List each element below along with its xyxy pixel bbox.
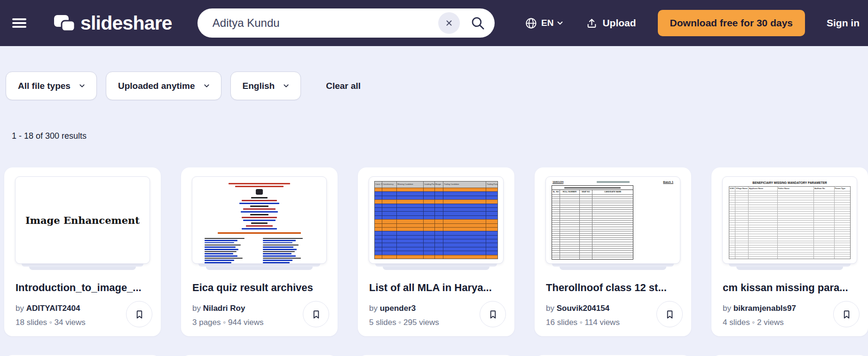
thumbnail-table-preview: BENEFICIARY MISSING MANDATORY PARAMETERS… <box>729 181 851 259</box>
results-count: 1 - 18 of 300 results <box>12 131 868 141</box>
search-input[interactable] <box>212 16 438 30</box>
byline-label: by <box>546 304 557 313</box>
bookmark-button[interactable] <box>303 301 329 327</box>
header-right-cluster: EN Upload Download free for 30 days S <box>506 10 860 36</box>
globe-icon <box>525 17 537 30</box>
result-card: Image EnhancementIntroduction_to_image_.… <box>4 167 161 336</box>
thumbnail-table-preview: Const. No.ConstituencyWinning CandidateL… <box>374 181 498 259</box>
card-stats: 3 pages ◦ 944 views <box>192 318 296 327</box>
signin-link[interactable]: Sign in <box>827 17 860 29</box>
bookmark-button[interactable] <box>656 301 683 327</box>
clear-search-button[interactable] <box>438 12 460 34</box>
slideshare-logo-icon <box>54 14 75 32</box>
thumbnail-stack-shadow <box>560 267 666 270</box>
filter-bar: All file types Uploaded anytime English … <box>6 71 868 100</box>
bookmark-icon <box>311 309 322 320</box>
byline-label: by <box>369 304 380 313</box>
card-title[interactable]: Introduction_to_image_... <box>16 282 150 294</box>
card-thumbnail[interactable]: Image Enhancement <box>15 176 150 264</box>
card-thumbnail[interactable] <box>192 176 327 264</box>
card-title[interactable]: List of all MLA in Harya... <box>369 282 503 294</box>
language-selector[interactable]: EN <box>525 17 564 30</box>
thumbnail-stack-shadow <box>206 267 313 270</box>
byline-label: by <box>192 304 203 313</box>
bookmark-button[interactable] <box>480 301 506 327</box>
thumbnail-table-preview: 10/01/24Batch 1SL. NOROLL NUMBERSEAT NOC… <box>552 181 674 260</box>
slideshare-logo-text: slideshare <box>80 12 172 34</box>
card-byline: by upender3 <box>369 304 473 313</box>
bookmark-icon <box>841 309 852 320</box>
upload-icon <box>586 17 598 29</box>
author-link[interactable]: upender3 <box>380 304 416 313</box>
card-thumbnail[interactable]: BENEFICIARY MISSING MANDATORY PARAMETERS… <box>722 176 857 264</box>
card-stats: 18 slides ◦ 34 views <box>16 318 119 327</box>
card-stats: 16 slides ◦ 114 views <box>546 318 650 327</box>
file-type-filter-label: All file types <box>18 81 71 91</box>
card-byline: by ADITYAIT2404 <box>16 304 119 313</box>
author-link[interactable]: Niladri Roy <box>203 304 245 313</box>
card-thumbnail[interactable]: Const. No.ConstituencyWinning CandidateL… <box>369 176 504 264</box>
chevron-down-icon <box>203 82 211 90</box>
thumbnail-stack-shadow <box>736 267 843 270</box>
bookmark-icon <box>134 309 145 320</box>
result-card: 10/01/24Batch 1SL. NOROLL NUMBERSEAT NOC… <box>535 167 691 336</box>
card-stats: 5 slides ◦ 295 views <box>369 318 473 327</box>
clear-all-button[interactable]: Clear all <box>326 81 361 91</box>
result-card: Const. No.ConstituencyWinning CandidateL… <box>358 167 514 336</box>
card-thumbnail[interactable]: 10/01/24Batch 1SL. NOROLL NUMBERSEAT NOC… <box>545 176 680 264</box>
uploaded-date-filter-label: Uploaded anytime <box>118 81 195 91</box>
author-link[interactable]: ADITYAIT2404 <box>26 304 80 313</box>
card-title[interactable]: Eica quiz result archives <box>192 282 326 294</box>
thumbnail-document-preview <box>192 177 326 263</box>
download-trial-button[interactable]: Download free for 30 days <box>658 10 805 36</box>
uploaded-date-filter[interactable]: Uploaded anytime <box>106 71 221 100</box>
author-link[interactable]: bikramjenabls97 <box>734 304 796 313</box>
upload-button[interactable]: Upload <box>586 17 636 29</box>
upload-label: Upload <box>602 17 636 29</box>
file-type-filter[interactable]: All file types <box>6 71 97 100</box>
x-icon <box>444 18 454 28</box>
chevron-down-icon <box>78 82 86 90</box>
result-card: BENEFICIARY MISSING MANDATORY PARAMETERS… <box>711 167 868 336</box>
language-filter-label: English <box>243 81 275 91</box>
search-bar <box>197 8 495 38</box>
thumbnail-crest-logo <box>256 189 263 195</box>
search-submit-button[interactable] <box>467 13 488 33</box>
slideshare-logo[interactable]: slideshare <box>54 12 172 34</box>
bookmark-button[interactable] <box>126 301 152 327</box>
chevron-down-icon <box>282 82 290 90</box>
card-title[interactable]: cm kissan missing para... <box>723 282 857 294</box>
byline-label: by <box>723 304 734 313</box>
result-card: Eica quiz result archivesby Niladri Roy3… <box>181 167 338 336</box>
search-icon <box>470 15 486 31</box>
hamburger-menu-button[interactable] <box>12 16 26 30</box>
thumbnail-stack-shadow <box>383 267 489 270</box>
card-stats: 4 slides ◦ 2 views <box>723 318 827 327</box>
language-filter[interactable]: English <box>230 71 301 100</box>
author-link[interactable]: Souvik204154 <box>557 304 609 313</box>
thumbnail-stack-shadow <box>29 267 136 270</box>
bookmark-icon <box>664 309 675 320</box>
slideshare-search-page: slideshare <box>0 0 868 356</box>
results-grid: Image EnhancementIntroduction_to_image_.… <box>0 167 868 336</box>
hamburger-icon <box>12 18 26 20</box>
language-label: EN <box>541 18 553 28</box>
thumbnail-title-text: BENEFICIARY MISSING MANDATORY PARAMETER <box>729 181 851 184</box>
chevron-down-icon <box>556 19 564 27</box>
thumbnail-title-text: Image Enhancement <box>25 214 140 226</box>
card-byline: by Niladri Roy <box>192 304 296 313</box>
bookmark-button[interactable] <box>833 301 860 327</box>
card-byline: by Souvik204154 <box>546 304 650 313</box>
bookmark-icon <box>488 309 498 320</box>
header: slideshare <box>0 0 868 46</box>
card-byline: by bikramjenabls97 <box>723 304 827 313</box>
byline-label: by <box>16 304 26 313</box>
card-title[interactable]: Therollnoof class 12 st... <box>546 282 680 294</box>
